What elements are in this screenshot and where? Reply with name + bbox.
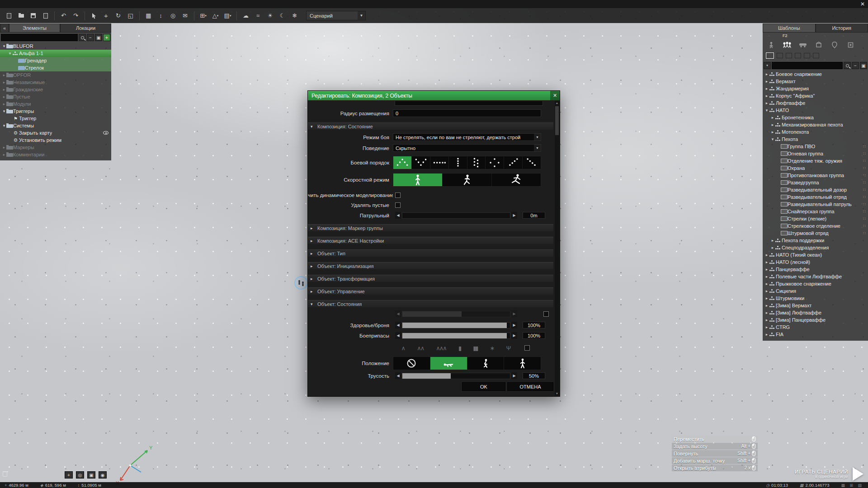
color-swatch[interactable] bbox=[777, 53, 783, 58]
tree-expand-icon[interactable] bbox=[764, 260, 769, 264]
entity-tree-item[interactable]: Пустые bbox=[0, 93, 111, 100]
formation-line-icon[interactable] bbox=[430, 156, 449, 169]
stance-prone-icon[interactable] bbox=[430, 357, 467, 370]
section-collapsed[interactable]: Объект: Управление bbox=[308, 287, 553, 295]
export-scenario-button[interactable] bbox=[40, 10, 51, 21]
color-swatch[interactable] bbox=[786, 53, 792, 58]
entity-tree-item[interactable]: Модули bbox=[0, 100, 111, 108]
slider-increase-button[interactable]: ▶ bbox=[511, 332, 517, 339]
collapse-all-button[interactable]: − bbox=[87, 34, 94, 41]
filter-dropdown-button[interactable]: ▾ bbox=[764, 62, 771, 69]
view-options-button[interactable]: ▣ bbox=[860, 62, 867, 69]
template-tree-item[interactable]: НАТО (лесной) bbox=[763, 258, 868, 266]
behaviour-select[interactable]: Скрытно ▼ bbox=[393, 144, 541, 152]
scale-tool-button[interactable]: ◱ bbox=[125, 10, 136, 21]
speed-jog-icon[interactable] bbox=[443, 174, 492, 186]
tree-expand-icon[interactable] bbox=[2, 109, 6, 113]
section-collapsed[interactable]: Композиция: ACE Настройки bbox=[308, 237, 553, 244]
entities-search-input[interactable] bbox=[1, 34, 78, 41]
template-tree-item[interactable]: Спецподразделения bbox=[763, 244, 868, 251]
entity-tree-item[interactable]: OPFOR bbox=[0, 71, 111, 79]
vehicles-mode-icon[interactable] bbox=[797, 39, 809, 51]
entity-tree-item[interactable]: Маркеры bbox=[0, 144, 111, 151]
fog-toggle-button[interactable]: ≈ bbox=[252, 10, 264, 21]
context-menu-item[interactable]: Задать высоту Alt + bbox=[672, 443, 758, 450]
tree-expand-icon[interactable] bbox=[2, 73, 6, 77]
tree-expand-icon[interactable] bbox=[2, 80, 6, 84]
tree-expand-icon[interactable] bbox=[764, 274, 769, 279]
context-menu-item[interactable]: Добавить марш. точку Shift + bbox=[672, 457, 758, 464]
slider-increase-button[interactable]: ▶ bbox=[511, 212, 517, 219]
widget-mode-button[interactable]: ◎ bbox=[167, 10, 179, 21]
template-tree-item[interactable]: Вермахт bbox=[763, 78, 868, 85]
slider-increase-button[interactable]: ▶ bbox=[511, 322, 517, 328]
color-swatch[interactable] bbox=[795, 53, 801, 58]
template-tree-item[interactable]: Разведгруппа bbox=[763, 179, 868, 186]
collapse-panel-button[interactable]: « bbox=[0, 23, 9, 33]
template-tree-item[interactable]: CTRG bbox=[763, 324, 868, 331]
context-menu-item[interactable]: Переместить bbox=[672, 436, 758, 442]
dialog-close-button[interactable]: ✕ bbox=[550, 91, 560, 100]
tree-expand-icon[interactable] bbox=[764, 289, 769, 293]
modules-mode-icon[interactable] bbox=[844, 39, 856, 51]
layer-options-button[interactable]: ▣ bbox=[95, 34, 102, 41]
name-input[interactable] bbox=[395, 101, 543, 106]
tree-expand-icon[interactable] bbox=[2, 44, 6, 48]
template-tree-item[interactable]: Жандармерия bbox=[763, 85, 868, 92]
color-swatch[interactable] bbox=[804, 53, 810, 58]
tab-elements[interactable]: Элементы bbox=[9, 23, 60, 33]
entity-tree-item[interactable]: Гражданские bbox=[0, 86, 111, 93]
menu-item[interactable] bbox=[72, 0, 81, 8]
camera-button[interactable]: ◎ bbox=[76, 471, 84, 479]
groups-mode-icon[interactable] bbox=[781, 39, 793, 51]
context-menu-item[interactable]: Повернуть Shift + bbox=[672, 450, 758, 457]
entity-tree-item[interactable]: Установить режим bbox=[0, 136, 111, 144]
template-tree-item[interactable]: Штурмовики bbox=[763, 295, 868, 302]
entity-tree-item[interactable]: Гренадер bbox=[0, 57, 111, 64]
menu-item[interactable] bbox=[0, 0, 9, 8]
template-tree-item[interactable]: Охрана bbox=[763, 164, 868, 172]
tree-expand-icon[interactable] bbox=[764, 296, 769, 300]
skill-override-checkbox[interactable] bbox=[543, 311, 549, 317]
vertical-mode-button[interactable]: ↕ bbox=[155, 10, 166, 21]
entity-tree-item[interactable]: Стрелок bbox=[0, 64, 111, 71]
health-slider[interactable] bbox=[402, 322, 510, 328]
search-button[interactable] bbox=[79, 34, 86, 41]
context-menu-item[interactable]: Открыть атрибуты 2 x bbox=[672, 465, 758, 471]
new-scenario-button[interactable] bbox=[3, 10, 14, 21]
menu-item[interactable] bbox=[36, 0, 45, 8]
template-tree-item[interactable]: Отделение тяж. оружия bbox=[763, 157, 868, 164]
template-tree-item[interactable]: Механизированная пехота bbox=[763, 121, 868, 128]
save-scenario-button[interactable] bbox=[28, 10, 39, 21]
entity-tree-item[interactable]: Закрыть карту bbox=[0, 129, 111, 136]
tree-expand-icon[interactable] bbox=[764, 79, 769, 84]
delete-drop-zone[interactable] bbox=[3, 470, 8, 477]
formation-wedge-icon[interactable] bbox=[393, 156, 412, 169]
slider-increase-button[interactable]: ▶ bbox=[511, 372, 517, 379]
tree-expand-icon[interactable] bbox=[764, 332, 769, 337]
template-tree-item[interactable]: Стрелки (легкие) bbox=[763, 215, 868, 222]
stance-crouch-icon[interactable] bbox=[467, 357, 505, 370]
menu-item[interactable] bbox=[63, 0, 72, 8]
tree-expand-icon[interactable] bbox=[2, 123, 6, 128]
template-tree-item[interactable]: Пехота bbox=[763, 136, 868, 143]
lighting-button[interactable]: ☾ bbox=[277, 10, 288, 21]
tree-expand-icon[interactable] bbox=[764, 253, 769, 257]
template-tree-item[interactable]: [Зима] Вермахт bbox=[763, 302, 868, 309]
grid-snap-dropdown[interactable]: ⊞▾ bbox=[198, 10, 209, 21]
cowardice-slider[interactable] bbox=[402, 373, 510, 379]
units-mode-icon[interactable] bbox=[765, 39, 777, 51]
tree-expand-icon[interactable] bbox=[764, 310, 769, 315]
tree-expand-icon[interactable] bbox=[770, 137, 775, 141]
tree-expand-icon[interactable] bbox=[764, 318, 769, 322]
template-tree-item[interactable]: Сицилия bbox=[763, 287, 868, 295]
slider-decrease-button[interactable]: ◀ bbox=[395, 322, 401, 328]
section-collapsed[interactable]: Объект: Инициализация bbox=[308, 262, 553, 269]
dynamic-sim-checkbox[interactable] bbox=[395, 192, 401, 198]
color-swatch[interactable] bbox=[766, 52, 774, 59]
slider-decrease-button[interactable]: ◀ bbox=[395, 372, 401, 379]
tree-expand-icon[interactable] bbox=[764, 325, 769, 329]
snow-button[interactable]: ❄ bbox=[289, 10, 300, 21]
ammo-slider[interactable] bbox=[402, 333, 510, 339]
stance-no-change-icon[interactable] bbox=[393, 357, 430, 370]
